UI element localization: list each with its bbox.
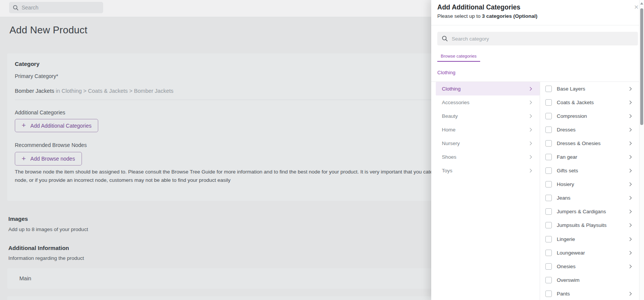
subcategory-label: Dresses xyxy=(557,127,576,133)
parent-category-item[interactable]: Beauty xyxy=(436,109,540,123)
parent-category-item[interactable]: Shoes xyxy=(436,150,540,164)
category-checkbox[interactable] xyxy=(545,154,552,160)
category-checkbox[interactable] xyxy=(545,208,552,215)
subcategory-item[interactable]: Dresses & Onesies xyxy=(540,136,639,150)
subcategory-label: Overswim xyxy=(557,277,580,283)
tab-browse-categories[interactable]: Browse categories xyxy=(437,52,480,62)
chevron-right-icon xyxy=(628,100,632,104)
subcategory-item[interactable]: Overswim xyxy=(540,273,639,287)
parent-category-item[interactable]: Nursery xyxy=(436,136,540,150)
chevron-right-icon xyxy=(628,237,632,241)
category-browser: Clothing Accessories Beauty Home Nursery… xyxy=(431,81,644,300)
chevron-right-icon xyxy=(628,292,632,296)
subcategory-label: Onesies xyxy=(557,264,576,269)
subcategory-label: Fan gear xyxy=(557,154,577,160)
subcategory-item[interactable]: Lingerie xyxy=(540,232,639,246)
subcategory-item[interactable]: Base Layers xyxy=(540,82,639,95)
subcategory-item[interactable]: Gifts sets xyxy=(540,164,639,178)
category-checkbox[interactable] xyxy=(545,86,552,92)
parent-category-label: Clothing xyxy=(442,86,461,92)
subcategory-list: Base Layers Coats & Jackets Compression … xyxy=(540,82,644,300)
parent-category-item[interactable]: Toys xyxy=(436,164,540,178)
subcategory-item[interactable]: Onesies xyxy=(540,259,639,273)
category-search[interactable] xyxy=(437,32,638,45)
add-additional-categories-modal: Add Additional Categories Please select … xyxy=(431,0,644,300)
breadcrumb-clothing[interactable]: Clothing xyxy=(437,70,456,75)
scrollbar-thumb[interactable] xyxy=(640,8,643,125)
chevron-right-icon xyxy=(628,251,632,255)
subcategory-label: Base Layers xyxy=(557,86,585,92)
subcategory-item[interactable]: Loungewear xyxy=(540,246,639,259)
subcategory-label: Jeans xyxy=(557,195,570,201)
category-checkbox[interactable] xyxy=(545,140,552,147)
subcategory-label: Dresses & Onesies xyxy=(557,141,601,146)
chevron-right-icon xyxy=(628,210,632,214)
chevron-right-icon xyxy=(528,100,532,104)
chevron-right-icon xyxy=(628,155,632,159)
chevron-right-icon xyxy=(628,87,632,91)
subcategory-item[interactable]: Dresses xyxy=(540,123,639,136)
parent-category-label: Home xyxy=(442,127,456,133)
parent-category-label: Beauty xyxy=(442,113,458,119)
chevron-right-icon xyxy=(628,128,632,131)
category-checkbox[interactable] xyxy=(545,195,552,201)
chevron-right-icon xyxy=(528,141,532,145)
subcategory-item[interactable]: Coats & Jackets xyxy=(540,95,639,109)
category-checkbox[interactable] xyxy=(545,291,552,297)
category-checkbox[interactable] xyxy=(545,277,552,283)
category-checkbox[interactable] xyxy=(545,222,552,228)
subcategory-label: Jumpers & Cardigans xyxy=(557,209,606,214)
chevron-right-icon xyxy=(628,223,632,227)
close-icon[interactable]: ✕ xyxy=(634,4,639,10)
chevron-right-icon xyxy=(628,183,632,186)
category-checkbox[interactable] xyxy=(545,167,552,174)
chevron-right-icon xyxy=(628,169,632,173)
category-checkbox[interactable] xyxy=(545,263,552,270)
subcategory-label: Loungewear xyxy=(557,250,585,256)
parent-category-label: Toys xyxy=(442,168,452,173)
subcategory-item[interactable]: Jeans xyxy=(540,191,639,205)
divider xyxy=(431,25,644,25)
category-checkbox[interactable] xyxy=(545,127,552,133)
parent-category-label: Nursery xyxy=(442,141,460,146)
subcategory-label: Compression xyxy=(557,113,587,119)
chevron-right-icon xyxy=(628,114,632,118)
modal-title: Add Additional Categories xyxy=(437,3,520,11)
category-checkbox[interactable] xyxy=(545,250,552,256)
parent-category-item[interactable]: Clothing xyxy=(436,82,540,95)
category-checkbox[interactable] xyxy=(545,236,552,242)
scroll-up-arrow-icon[interactable] xyxy=(640,2,643,5)
subcategory-label: Gifts sets xyxy=(557,168,578,173)
search-icon xyxy=(442,36,448,42)
subcategory-item[interactable]: Compression xyxy=(540,109,639,123)
chevron-right-icon xyxy=(628,141,632,145)
subcategory-item[interactable]: Pants xyxy=(540,287,639,300)
modal-subtitle-bold: 3 categories (Optional) xyxy=(482,13,537,19)
chevron-right-icon xyxy=(528,114,532,118)
category-search-input[interactable] xyxy=(452,36,633,42)
parent-category-list: Clothing Accessories Beauty Home Nursery… xyxy=(431,82,540,300)
parent-category-label: Accessories xyxy=(442,100,470,105)
subcategory-item[interactable]: Hosiery xyxy=(540,178,639,191)
category-checkbox[interactable] xyxy=(545,99,552,106)
chevron-right-icon xyxy=(528,128,532,131)
subcategory-label: Coats & Jackets xyxy=(557,100,594,105)
chevron-right-icon xyxy=(528,169,532,173)
subcategory-item[interactable]: Fan gear xyxy=(540,150,639,164)
category-checkbox[interactable] xyxy=(545,113,552,119)
parent-category-item[interactable]: Accessories xyxy=(436,95,540,109)
modal-subtitle: Please select up to 3 categories (Option… xyxy=(437,13,537,19)
subcategory-item[interactable]: Jumpers & Cardigans xyxy=(540,205,639,219)
subcategory-item[interactable]: Jumpsuits & Playsuits xyxy=(540,219,639,232)
subcategory-label: Hosiery xyxy=(557,181,574,187)
subcategory-label: Lingerie xyxy=(557,236,575,242)
category-checkbox[interactable] xyxy=(545,181,552,188)
subcategory-label: Pants xyxy=(557,291,570,297)
chevron-right-icon xyxy=(628,196,632,200)
modal-scrollbar[interactable] xyxy=(639,0,644,300)
parent-category-item[interactable]: Home xyxy=(436,123,540,136)
parent-category-label: Shoes xyxy=(442,154,456,160)
chevron-right-icon xyxy=(528,155,532,159)
chevron-right-icon xyxy=(628,264,632,268)
subcategory-label: Jumpsuits & Playsuits xyxy=(557,222,606,228)
